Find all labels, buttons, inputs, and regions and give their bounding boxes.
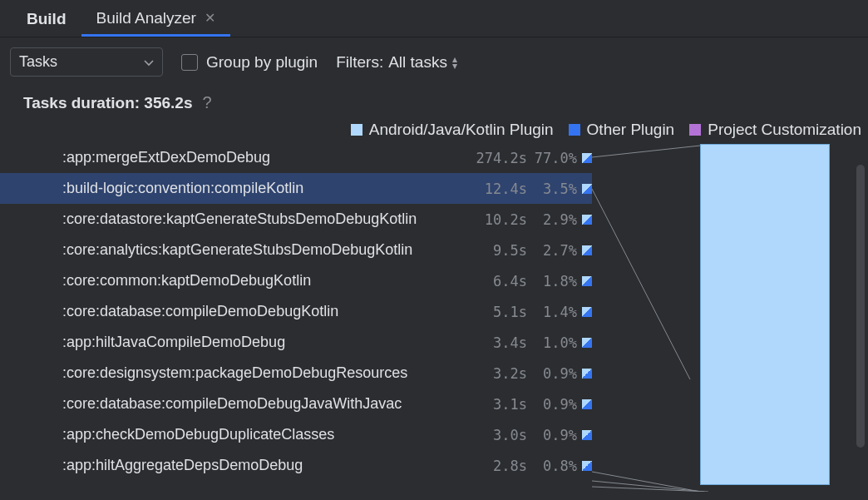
task-row[interactable]: :app:mergeExtDexDemoDebug274.2s77.0% [0,142,592,173]
legend-label-android: Android/Java/Kotlin Plugin [369,121,554,139]
task-duration: 6.4s [471,273,527,290]
swatch-project [689,124,701,136]
task-category-swatch [582,215,592,225]
swatch-other [569,124,580,136]
filters-label: Filters: [336,53,383,72]
chart-area [592,142,853,481]
task-row[interactable]: :core:designsystem:packageDemoDebugResou… [0,358,592,389]
task-duration: 5.1s [471,304,527,320]
task-name: :core:common:kaptDemoDebugKotlin [62,272,471,290]
task-duration: 10.2s [471,211,527,228]
task-name: :app:hiltJavaCompileDemoDebug [62,334,471,351]
tab-bar: Build Build Analyzer ✕ [0,0,868,37]
legend: Android/Java/Kotlin Plugin Other Plugin … [0,121,868,142]
swatch-android [351,124,362,136]
task-duration: 12.4s [471,181,527,197]
task-percent: 0.8% [527,458,579,474]
legend-label-project: Project Customization [708,121,861,139]
task-category-swatch [582,461,592,471]
task-name: :core:database:compileDemoDebugKotlin [62,303,471,320]
task-category-swatch [582,153,592,163]
close-icon[interactable]: ✕ [205,10,215,26]
task-row[interactable]: :core:database:compileDemoDebugKotlin5.1… [0,296,592,327]
chevron-down-icon [144,53,154,71]
task-duration: 3.1s [471,396,527,413]
toolbar: Tasks Group by plugin Filters: All tasks… [0,37,868,82]
svg-line-2 [592,472,700,492]
task-percent: 0.9% [527,396,579,413]
legend-label-other: Other Plugin [587,121,675,139]
scrollbar[interactable] [856,165,865,448]
task-percent: 2.9% [527,211,579,228]
task-row[interactable]: :core:datastore:kaptGenerateStubsDemoDeb… [0,204,592,235]
task-category-swatch [582,338,592,348]
task-percent: 2.7% [527,242,579,259]
task-category-swatch [582,245,592,255]
task-name: :core:analytics:kaptGenerateStubsDemoDeb… [62,241,471,259]
task-name: :core:database:compileDemoDebugJavaWithJ… [62,395,471,413]
task-row[interactable]: :core:analytics:kaptGenerateStubsDemoDeb… [0,235,592,265]
svg-line-1 [592,189,690,379]
task-category-swatch [582,399,592,409]
task-duration: 9.5s [471,242,527,259]
help-icon[interactable]: ? [202,93,211,112]
task-name: :app:checkDemoDebugDuplicateClasses [62,426,471,443]
task-category-swatch [582,369,592,379]
task-percent: 3.5% [527,181,579,197]
svg-line-4 [592,487,708,492]
chart-bar-main [700,144,830,485]
task-percent: 1.8% [527,273,579,290]
task-row[interactable]: :app:hiltAggregateDepsDemoDebug2.8s0.8% [0,450,592,481]
tab-build-label: Build [27,10,67,28]
sort-icon: ▴▾ [452,56,457,69]
tab-build[interactable]: Build [12,2,81,35]
task-duration: 274.2s [471,150,527,166]
task-category-swatch [582,276,592,286]
legend-item-other: Other Plugin [569,121,675,139]
task-row[interactable]: :core:database:compileDemoDebugJavaWithJ… [0,389,592,419]
svg-line-3 [592,481,704,492]
task-duration: 3.0s [471,427,527,443]
task-percent: 0.9% [527,365,579,382]
task-percent: 1.4% [527,304,579,320]
task-duration: 3.2s [471,365,527,382]
view-dropdown-value: Tasks [19,53,57,71]
filters-value: All tasks [388,53,447,72]
task-list: :app:mergeExtDexDemoDebug274.2s77.0%:bui… [0,142,592,481]
task-name: :app:mergeExtDexDemoDebug [62,149,471,166]
task-row[interactable]: :build-logic:convention:compileKotlin12.… [0,173,592,204]
legend-item-project: Project Customization [689,121,861,139]
content: :app:mergeExtDexDemoDebug274.2s77.0%:bui… [0,142,868,481]
task-category-swatch [582,307,592,317]
task-name: :app:hiltAggregateDepsDemoDebug [62,457,471,474]
checkbox-box [181,54,198,71]
task-percent: 0.9% [527,427,579,443]
filters-dropdown[interactable]: Filters: All tasks ▴▾ [336,53,457,72]
tasks-duration: Tasks duration: 356.2s ? [0,82,868,121]
view-dropdown[interactable]: Tasks [10,47,163,77]
task-name: :build-logic:convention:compileKotlin [62,180,471,197]
task-duration: 2.8s [471,458,527,474]
task-duration: 3.4s [471,334,527,351]
tab-build-analyzer-label: Build Analyzer [96,9,196,27]
task-percent: 77.0% [527,150,579,166]
task-row[interactable]: :app:hiltJavaCompileDemoDebug3.4s1.0% [0,327,592,358]
task-name: :core:designsystem:packageDemoDebugResou… [62,364,471,382]
task-name: :core:datastore:kaptGenerateStubsDemoDeb… [62,210,471,228]
task-row[interactable]: :app:checkDemoDebugDuplicateClasses3.0s0… [0,419,592,450]
svg-line-0 [592,146,700,157]
group-by-plugin-label: Group by plugin [206,53,318,72]
tasks-duration-label: Tasks duration: 356.2s [23,94,192,112]
task-percent: 1.0% [527,334,579,351]
task-category-swatch [582,184,592,194]
task-row[interactable]: :core:common:kaptDemoDebugKotlin6.4s1.8% [0,265,592,296]
task-category-swatch [582,430,592,440]
group-by-plugin-checkbox[interactable]: Group by plugin [181,53,318,72]
legend-item-android: Android/Java/Kotlin Plugin [351,121,554,139]
tab-build-analyzer[interactable]: Build Analyzer ✕ [81,1,230,37]
